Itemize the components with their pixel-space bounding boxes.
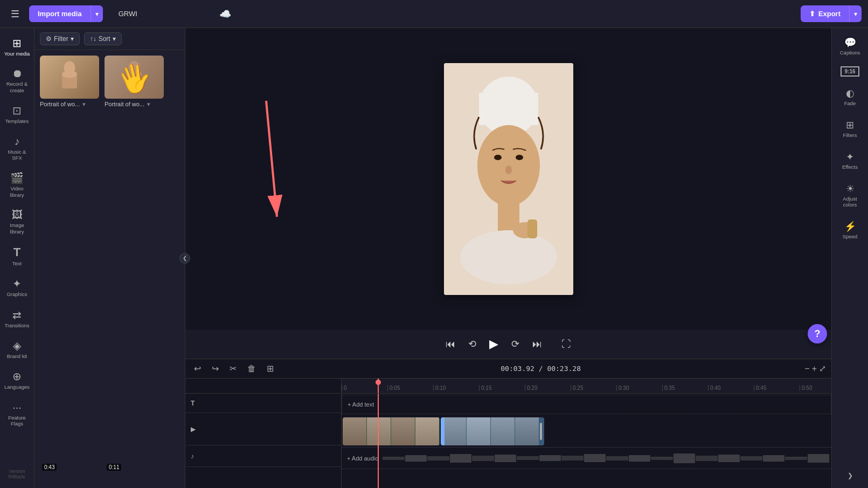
undo-button[interactable]: ↩ bbox=[191, 362, 204, 375]
sidebar-item-transitions[interactable]: ⇄ Transitions bbox=[2, 304, 32, 333]
aspect-ratio-display[interactable]: 9:16 bbox=[841, 66, 859, 77]
adjust-colors-label: Adjust colors bbox=[836, 196, 864, 208]
sidebar-item-label-graphics: Graphics bbox=[6, 291, 27, 297]
waveform-segment bbox=[785, 457, 807, 460]
sidebar-item-brand-kit[interactable]: ◈ Brand kit bbox=[2, 335, 32, 363]
waveform-segment bbox=[673, 453, 695, 463]
video-clip-1[interactable] bbox=[343, 417, 440, 445]
clip-frame bbox=[391, 417, 415, 445]
your-media-icon: ⊞ bbox=[12, 37, 22, 50]
ruler-mark-35: 0:35 bbox=[662, 385, 708, 391]
export-dropdown-button[interactable]: ▾ bbox=[849, 5, 862, 22]
sidebar-item-image-library[interactable]: 🖼 Image library bbox=[2, 204, 32, 239]
cloud-sync-button[interactable]: ☁️ bbox=[219, 8, 231, 20]
zoom-in-button[interactable]: + bbox=[812, 364, 817, 374]
ruler-mark-25: 0:25 bbox=[571, 385, 616, 391]
filter-label: Filter bbox=[54, 35, 68, 43]
media-thumb-2[interactable]: 0:11 Portrait of wo... ▾ bbox=[105, 56, 164, 483]
sidebar-item-music-sfx[interactable]: ♪ Music & SFX bbox=[2, 131, 32, 166]
timeline: ↩ ↪ ✂ 🗑 ⊞ 00:03.92 / 00:23.28 − + ⤢ bbox=[185, 359, 831, 488]
project-name-input[interactable] bbox=[114, 7, 214, 20]
skip-forward-button[interactable]: ⏭ bbox=[530, 336, 544, 352]
forward-5s-button[interactable]: ⟳ bbox=[509, 336, 522, 352]
skip-back-button[interactable]: ⏮ bbox=[443, 336, 457, 352]
media-thumb-1[interactable]: 0:43 Portrait of wo... ▾ bbox=[40, 56, 99, 483]
rs-item-captions[interactable]: 💬 Captions bbox=[834, 32, 866, 60]
svg-line-7 bbox=[266, 101, 277, 217]
svg-rect-10 bbox=[479, 93, 538, 125]
timeline-zoom-controls: − + ⤢ bbox=[804, 363, 826, 374]
collapse-panel-button[interactable]: ❮ bbox=[179, 253, 190, 264]
adjust-colors-icon: ☀ bbox=[846, 183, 855, 195]
sidebar-item-label-text: Text bbox=[12, 260, 22, 266]
thumb-menu-1[interactable]: ▾ bbox=[82, 101, 86, 107]
sidebar-item-feature-flags[interactable]: ··· Feature Flags bbox=[2, 397, 32, 431]
audio-track-icon: ♪ bbox=[191, 452, 194, 460]
sidebar-item-label-video-library: Video library bbox=[4, 185, 30, 198]
media-toolbar: ⚙ Filter ▾ ↑↓ Sort ▾ bbox=[34, 28, 185, 50]
more-tools-button[interactable]: ⊞ bbox=[263, 362, 277, 375]
rs-item-speed[interactable]: ⚡ Speed bbox=[834, 216, 866, 244]
rs-item-filters[interactable]: ⊞ Filters bbox=[834, 115, 866, 142]
help-button[interactable]: ? bbox=[808, 324, 827, 343]
svg-point-2 bbox=[62, 71, 77, 78]
image-library-icon: 🖼 bbox=[12, 209, 23, 221]
zoom-fit-button[interactable]: ⤢ bbox=[819, 363, 826, 374]
thumb-label-text-2: Portrait of wo... bbox=[105, 101, 144, 107]
delete-button[interactable]: 🗑 bbox=[244, 363, 259, 375]
music-sfx-icon: ♪ bbox=[15, 135, 20, 148]
add-text-button[interactable]: + Add text bbox=[348, 401, 374, 408]
sidebar-item-your-media[interactable]: ⊞ Your media bbox=[2, 32, 32, 61]
sidebar-item-languages[interactable]: ⊕ Languages bbox=[2, 366, 32, 394]
right-collapse-button[interactable]: ❯ bbox=[848, 472, 853, 479]
add-audio-button[interactable]: + Add audio bbox=[344, 455, 378, 462]
import-media-button[interactable]: Import media bbox=[29, 5, 91, 22]
rs-item-effects[interactable]: ✦ Effects bbox=[834, 147, 866, 174]
video-track-icon: ▶ bbox=[191, 425, 196, 433]
sidebar-item-record-create[interactable]: ⏺ Record & create bbox=[2, 63, 32, 98]
waveform-segment bbox=[450, 454, 471, 463]
rewind-5s-button[interactable]: ⟲ bbox=[466, 336, 478, 352]
sidebar-item-video-library[interactable]: 🎬 Video library bbox=[2, 167, 32, 202]
hamburger-button[interactable]: ☰ bbox=[6, 6, 24, 22]
playhead-line bbox=[378, 394, 379, 488]
clip-frame-blue bbox=[467, 417, 490, 445]
sidebar-item-text[interactable]: T Text bbox=[2, 241, 32, 271]
clip-frame-blue bbox=[491, 417, 515, 445]
play-pause-button[interactable]: ▶ bbox=[487, 335, 501, 353]
import-dropdown-button[interactable]: ▾ bbox=[91, 5, 103, 22]
timeline-time-display: 00:03.92 / 00:23.28 bbox=[501, 365, 581, 373]
waveform-segment bbox=[606, 456, 628, 460]
ruler-mark-0: 0 bbox=[342, 385, 387, 391]
redo-button[interactable]: ↪ bbox=[209, 362, 222, 375]
speed-icon: ⚡ bbox=[844, 221, 856, 232]
rs-item-fade[interactable]: ◐ Fade bbox=[834, 83, 866, 111]
fullscreen-button[interactable]: ⛶ bbox=[559, 336, 573, 352]
sidebar-item-graphics[interactable]: ✦ Graphics bbox=[2, 273, 32, 301]
sidebar-item-label-brand-kit: Brand kit bbox=[7, 353, 27, 359]
languages-icon: ⊕ bbox=[12, 370, 22, 383]
sort-button[interactable]: ↑↓ Sort ▾ bbox=[84, 32, 122, 45]
video-clip-2[interactable] bbox=[441, 417, 544, 445]
audio-track-row: + Add audio bbox=[342, 448, 831, 469]
speed-label: Speed bbox=[843, 233, 857, 239]
sidebar-item-label-templates: Templates bbox=[5, 118, 29, 124]
rs-item-adjust-colors[interactable]: ☀ Adjust colors bbox=[834, 178, 866, 212]
svg-point-13 bbox=[516, 155, 523, 160]
waveform-segment bbox=[517, 456, 538, 460]
zoom-out-button[interactable]: − bbox=[804, 364, 809, 374]
clip-handle[interactable] bbox=[540, 423, 542, 440]
filter-button[interactable]: ⚙ Filter ▾ bbox=[40, 32, 80, 45]
text-track-icon: T bbox=[191, 400, 195, 407]
cut-button[interactable]: ✂ bbox=[226, 362, 240, 375]
waveform-segment bbox=[584, 454, 606, 462]
sidebar-item-templates[interactable]: ⊡ Templates bbox=[2, 100, 32, 128]
filters-icon: ⊞ bbox=[846, 119, 854, 131]
ruler-mark-20: 0:20 bbox=[525, 385, 571, 391]
left-sidebar: ⊞ Your media ⏺ Record & create ⊡ Templat… bbox=[0, 28, 34, 488]
export-button[interactable]: ⬆ Export bbox=[801, 5, 849, 22]
clip-frame-blue bbox=[515, 417, 539, 445]
thumb-menu-2[interactable]: ▾ bbox=[147, 101, 150, 107]
video-track-row bbox=[342, 415, 831, 448]
fade-icon: ◐ bbox=[846, 87, 855, 99]
